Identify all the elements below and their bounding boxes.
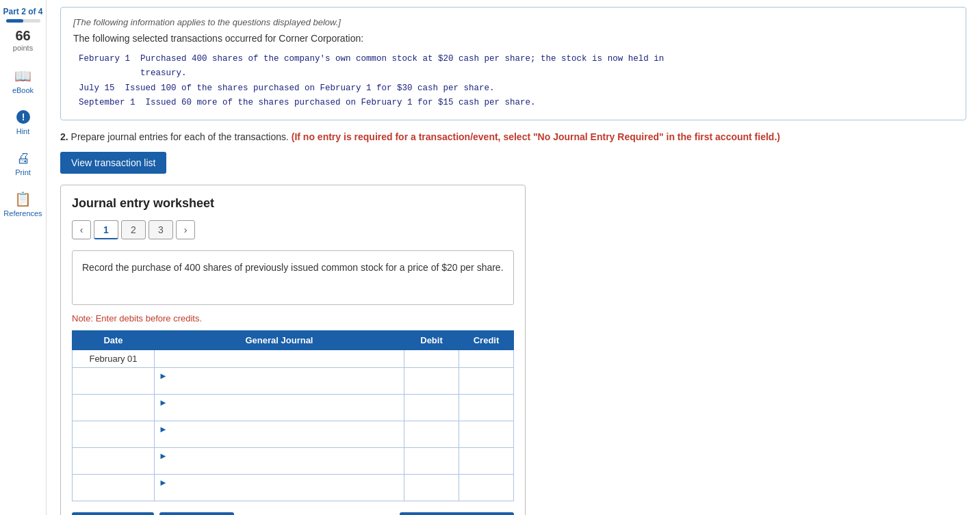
hint-label: Hint bbox=[16, 127, 30, 135]
ebook-label: eBook bbox=[12, 86, 34, 94]
journal-cell-6[interactable]: ► bbox=[155, 475, 404, 501]
sidebar-item-print[interactable]: 🖨 Print bbox=[13, 148, 34, 176]
buttons-row: Record entry Clear entry View general jo… bbox=[72, 512, 514, 515]
indent-arrow-2: ► bbox=[159, 371, 168, 381]
journal-cell-5[interactable]: ► bbox=[155, 448, 404, 475]
svg-text:!: ! bbox=[21, 111, 25, 122]
question-text: Prepare journal entries for each of the … bbox=[71, 131, 292, 142]
note-text: Note: Enter debits before credits. bbox=[72, 313, 514, 323]
journal-input-6[interactable] bbox=[159, 488, 400, 498]
clear-entry-button[interactable]: Clear entry bbox=[159, 512, 233, 515]
credit-input-2[interactable] bbox=[463, 376, 509, 386]
debit-input-3[interactable] bbox=[409, 403, 454, 413]
date-cell-6 bbox=[73, 475, 155, 501]
date-cell-3 bbox=[73, 395, 155, 421]
journal-cell-1[interactable] bbox=[155, 350, 404, 368]
col-header-debit: Debit bbox=[404, 331, 459, 350]
table-row: ► bbox=[73, 395, 514, 421]
debit-cell-4[interactable] bbox=[404, 421, 459, 448]
journal-input-1[interactable] bbox=[162, 354, 402, 364]
ebook-icon: 📖 bbox=[12, 66, 33, 86]
tab-prev-button[interactable]: ‹ bbox=[72, 220, 91, 239]
italic-note: [The following information applies to th… bbox=[73, 17, 953, 27]
worksheet-title: Journal entry worksheet bbox=[72, 196, 514, 211]
sidebar-item-references[interactable]: 📋 References bbox=[3, 189, 42, 217]
credit-cell-4[interactable] bbox=[459, 421, 514, 448]
credit-cell-3[interactable] bbox=[459, 395, 514, 421]
date-cell-2 bbox=[73, 368, 155, 395]
debit-cell-1[interactable] bbox=[404, 350, 459, 368]
references-icon: 📋 bbox=[12, 189, 33, 209]
table-row: ► bbox=[73, 368, 514, 395]
table-row: ► bbox=[73, 421, 514, 448]
points-value: 66 bbox=[15, 28, 30, 44]
worksheet-container: Journal entry worksheet ‹ 1 2 3 › Record… bbox=[60, 185, 526, 515]
view-general-journal-button[interactable]: View general journal bbox=[400, 512, 514, 515]
indent-arrow-5: ► bbox=[159, 451, 168, 461]
debit-input-6[interactable] bbox=[409, 483, 454, 493]
tab-1-button[interactable]: 1 bbox=[94, 220, 118, 239]
credit-input-5[interactable] bbox=[463, 456, 509, 466]
description-box: Record the purchase of 400 shares of pre… bbox=[72, 250, 514, 305]
sidebar-item-ebook[interactable]: 📖 eBook bbox=[12, 66, 34, 94]
journal-input-5[interactable] bbox=[159, 461, 400, 471]
credit-input-6[interactable] bbox=[463, 483, 509, 493]
table-row: February 01 bbox=[73, 350, 514, 368]
col-header-date: Date bbox=[73, 331, 155, 350]
tab-2-button[interactable]: 2 bbox=[121, 220, 146, 239]
progress-fill bbox=[6, 19, 23, 23]
tab-next-button[interactable]: › bbox=[176, 220, 195, 239]
journal-cell-2[interactable]: ► bbox=[155, 368, 404, 395]
question-bold-red: (If no entry is required for a transacti… bbox=[292, 131, 780, 142]
credit-cell-5[interactable] bbox=[459, 448, 514, 475]
credit-cell-1[interactable] bbox=[459, 350, 514, 368]
debit-cell-5[interactable] bbox=[404, 448, 459, 475]
indent-arrow-6: ► bbox=[159, 477, 168, 488]
debit-cell-2[interactable] bbox=[404, 368, 459, 395]
references-label: References bbox=[3, 209, 42, 217]
indent-arrow-3: ► bbox=[159, 397, 168, 408]
sidebar: Part 2 of 4 66 points 📖 eBook ! Hint 🖨 P… bbox=[0, 0, 47, 515]
journal-table: Date General Journal Debit Credit Februa… bbox=[72, 330, 514, 501]
hint-icon: ! bbox=[13, 107, 34, 127]
transactions-text: February 1 Purchased 400 shares of the c… bbox=[79, 52, 953, 110]
debit-cell-6[interactable] bbox=[404, 475, 459, 501]
progress-bar bbox=[6, 19, 40, 23]
info-box: [The following information applies to th… bbox=[60, 7, 966, 120]
journal-input-3[interactable] bbox=[159, 408, 400, 418]
points-label: points bbox=[13, 44, 33, 52]
print-label: Print bbox=[15, 168, 31, 176]
debit-input-5[interactable] bbox=[409, 456, 454, 466]
date-cell-1: February 01 bbox=[73, 350, 155, 368]
debit-input-1[interactable] bbox=[409, 354, 454, 364]
record-entry-button[interactable]: Record entry bbox=[72, 512, 154, 515]
question-number: 2. bbox=[60, 131, 68, 142]
table-row: ► bbox=[73, 475, 514, 501]
credit-cell-6[interactable] bbox=[459, 475, 514, 501]
part-label: Part 2 of 4 bbox=[3, 7, 42, 16]
date-cell-4 bbox=[73, 421, 155, 448]
debit-input-2[interactable] bbox=[409, 376, 454, 386]
print-icon: 🖨 bbox=[13, 148, 34, 168]
tab-3-button[interactable]: 3 bbox=[149, 220, 173, 239]
journal-cell-4[interactable]: ► bbox=[155, 421, 404, 448]
journal-cell-3[interactable]: ► bbox=[155, 395, 404, 421]
question-section: 2. Prepare journal entries for each of t… bbox=[60, 131, 966, 142]
col-header-journal: General Journal bbox=[155, 331, 404, 350]
journal-input-4[interactable] bbox=[159, 434, 400, 445]
tab-navigation: ‹ 1 2 3 › bbox=[72, 220, 514, 239]
credit-input-1[interactable] bbox=[463, 354, 509, 364]
credit-input-3[interactable] bbox=[463, 403, 509, 413]
col-header-credit: Credit bbox=[459, 331, 514, 350]
view-transaction-button[interactable]: View transaction list bbox=[60, 152, 166, 174]
journal-input-2[interactable] bbox=[159, 381, 400, 391]
indent-arrow-4: ► bbox=[159, 424, 168, 434]
table-row: ► bbox=[73, 448, 514, 475]
credit-cell-2[interactable] bbox=[459, 368, 514, 395]
sidebar-item-hint[interactable]: ! Hint bbox=[13, 107, 34, 135]
date-cell-5 bbox=[73, 448, 155, 475]
debit-cell-3[interactable] bbox=[404, 395, 459, 421]
credit-input-4[interactable] bbox=[463, 430, 509, 440]
debit-input-4[interactable] bbox=[409, 430, 454, 440]
intro-text: The following selected transactions occu… bbox=[73, 33, 953, 44]
